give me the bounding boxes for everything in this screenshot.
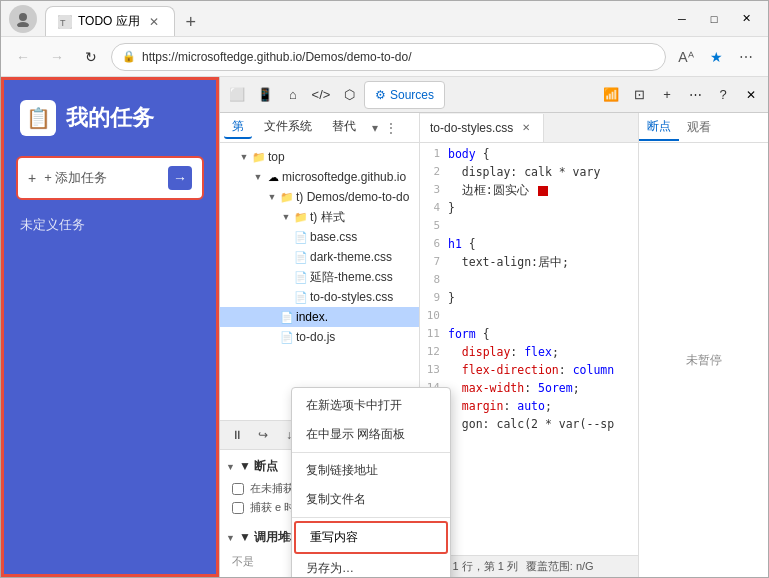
forward-button[interactable]: →	[43, 43, 71, 71]
ctx-save-as[interactable]: 另存为…	[292, 554, 450, 577]
devtools-elements-tab[interactable]: ⌂	[280, 82, 306, 108]
ctx-copy-link[interactable]: 复制链接地址	[292, 456, 450, 485]
tree-item-ext-css[interactable]: 📄 延陪-theme.css	[220, 267, 419, 287]
code-line-16: 16 gon: calc(2 * var(--sp	[420, 415, 638, 433]
devtools-inspect-button[interactable]: ⬜	[224, 82, 250, 108]
devtools-network-tab[interactable]: ⬡	[336, 82, 362, 108]
right-panel-body: 未暂停	[639, 143, 768, 577]
file-icon-todo-js: 📄	[280, 330, 294, 344]
folder-icon-top: 📁	[252, 150, 266, 164]
tree-item-index[interactable]: 📄 index.	[220, 307, 419, 327]
more-menu-button[interactable]: ⋯	[732, 43, 760, 71]
breakpoint-caught-checkbox[interactable]	[232, 502, 244, 514]
tree-arrow-styles: ▼	[280, 211, 292, 223]
breakpoint-uncaught-checkbox[interactable]	[232, 483, 244, 495]
read-aloud-icon[interactable]: Aᴬ	[672, 43, 700, 71]
devtools-device-button[interactable]: 📱	[252, 82, 278, 108]
minimize-button[interactable]: ─	[668, 9, 696, 29]
nav-bar: ← → ↻ 🔒 https://microsoftedge.github.io/…	[1, 37, 768, 77]
svg-point-1	[17, 22, 29, 27]
sources-icon: ⚙	[375, 88, 386, 102]
ctx-open-new-tab[interactable]: 在新选项卡中打开	[292, 391, 450, 420]
devtools-more-button[interactable]: ⋯	[682, 82, 708, 108]
code-panel: to-do-styles.css ✕ 1 body { 2 display: c…	[420, 113, 638, 577]
code-editor[interactable]: 1 body { 2 display: calk * vary 3 边框:圆实心	[420, 143, 638, 555]
step-over-icon[interactable]: ↪	[252, 424, 274, 446]
tree-label-demos: t) Demos/demo-to-do	[296, 190, 409, 204]
nav-icons: Aᴬ ★ ⋯	[672, 43, 760, 71]
watch-tab[interactable]: 观看	[679, 115, 719, 140]
devtools-close-button[interactable]: ✕	[738, 82, 764, 108]
code-tab-todo-css[interactable]: to-do-styles.css ✕	[420, 114, 544, 142]
devtools-help-button[interactable]: ?	[710, 82, 736, 108]
todo-header: 📋 我的任务	[4, 80, 216, 148]
devtools-toolbar: ⬜ 📱 ⌂ </> ⬡ ⚙ Sources 📶 ⊡ + ⋯ ? ✕	[220, 77, 768, 113]
browser-body: 📋 我的任务 + + 添加任务 → 未定义任务 ⬜ 📱 ⌂ </> ⬡ ⚙ S	[1, 77, 768, 577]
devtools-console-tab[interactable]: </>	[308, 82, 334, 108]
tree-item-domain[interactable]: ▼ ☁ microsoftedge.github.io	[220, 167, 419, 187]
tree-item-dark-css[interactable]: 📄 dark-theme.css	[220, 247, 419, 267]
devtools-cast-icon[interactable]: ⊡	[626, 82, 652, 108]
new-tab-button[interactable]: +	[177, 8, 205, 36]
code-line-6: 6 h1 {	[420, 235, 638, 253]
file-tree-dropdown-button[interactable]: ▾	[372, 121, 378, 135]
line-content-16: gon: calc(2 * var(--sp	[448, 415, 638, 433]
css-icon-dark: 📄	[294, 250, 308, 264]
devtools-add-icon[interactable]: +	[654, 82, 680, 108]
line-content-7: text-align:居中;	[448, 253, 638, 271]
add-task-label: + 添加任务	[44, 169, 160, 187]
ctx-separator-1	[292, 452, 450, 453]
add-task-bar[interactable]: + + 添加任务 →	[16, 156, 204, 200]
maximize-button[interactable]: □	[700, 9, 728, 29]
tree-label-base-css: base.css	[310, 230, 357, 244]
tree-item-styles[interactable]: ▼ 📁 t) 样式	[220, 207, 419, 227]
favorites-icon[interactable]: ★	[702, 43, 730, 71]
file-tree-tab-filesystem[interactable]: 文件系统	[256, 116, 320, 139]
address-bar[interactable]: 🔒 https://microsoftedge.github.io/Demos/…	[111, 43, 666, 71]
file-tree-options-button[interactable]: ⋮	[382, 119, 400, 137]
devtools-sources-tab[interactable]: ⚙ Sources	[364, 81, 445, 109]
line-number-4: 4	[420, 199, 448, 217]
undefined-task-label: 未定义任务	[4, 208, 216, 242]
scope-tab[interactable]: 断点	[639, 114, 679, 141]
pause-icon[interactable]: ⏸	[226, 424, 248, 446]
file-tree-tab-page[interactable]: 第	[224, 116, 252, 139]
coverage-indicator[interactable]: 覆盖范围: n/G	[526, 559, 594, 574]
tree-item-todo-css[interactable]: 📄 to-do-styles.css	[220, 287, 419, 307]
code-line-3: 3 边框:圆实心	[420, 181, 638, 199]
code-tab-close-button[interactable]: ✕	[519, 121, 533, 135]
active-tab[interactable]: T TODO 应用 ✕	[45, 6, 175, 36]
tree-item-todo-js[interactable]: 📄 to-do.js	[220, 327, 419, 347]
ctx-copy-filename[interactable]: 复制文件名	[292, 485, 450, 514]
file-tree-tab-overrides[interactable]: 替代	[324, 116, 364, 139]
code-line-7: 7 text-align:居中;	[420, 253, 638, 271]
address-text: https://microsoftedge.github.io/Demos/de…	[142, 50, 655, 64]
line-number-13: 13	[420, 361, 448, 379]
profile-icon[interactable]	[9, 5, 37, 33]
svg-text:T: T	[60, 18, 66, 28]
tab-close-button[interactable]: ✕	[146, 14, 162, 30]
todo-icon: 📋	[20, 100, 56, 136]
close-window-button[interactable]: ✕	[732, 9, 760, 29]
code-line-14: 14 max-width: 5orem;	[420, 379, 638, 397]
right-panel: 断点 观看 未暂停	[638, 113, 768, 577]
tree-item-base-css[interactable]: 📄 base.css	[220, 227, 419, 247]
line-number-12: 12	[420, 343, 448, 361]
line-content-4: }	[448, 199, 638, 217]
line-content-13: flex-direction: column	[448, 361, 638, 379]
line-content-9: }	[448, 289, 638, 307]
ctx-show-network[interactable]: 在中显示 网络面板	[292, 420, 450, 449]
tree-item-demos[interactable]: ▼ 📁 t) Demos/demo-to-do	[220, 187, 419, 207]
tree-arrow-demos: ▼	[266, 191, 278, 203]
ctx-override-content[interactable]: 重写内容	[294, 521, 448, 554]
line-number-6: 6	[420, 235, 448, 253]
tree-item-top[interactable]: ▼ 📁 top	[220, 147, 419, 167]
back-button[interactable]: ←	[9, 43, 37, 71]
devtools-wifi-icon[interactable]: 📶	[598, 82, 624, 108]
refresh-button[interactable]: ↻	[77, 43, 105, 71]
context-menu: 在新选项卡中打开 在中显示 网络面板 复制链接地址 复制文件名 重写内容 另存为…	[291, 387, 451, 577]
add-task-arrow-button[interactable]: →	[168, 166, 192, 190]
breakpoints-arrow-icon: ▼	[226, 462, 235, 472]
file-icon-index: 📄	[280, 310, 294, 324]
line-number-2: 2	[420, 163, 448, 181]
